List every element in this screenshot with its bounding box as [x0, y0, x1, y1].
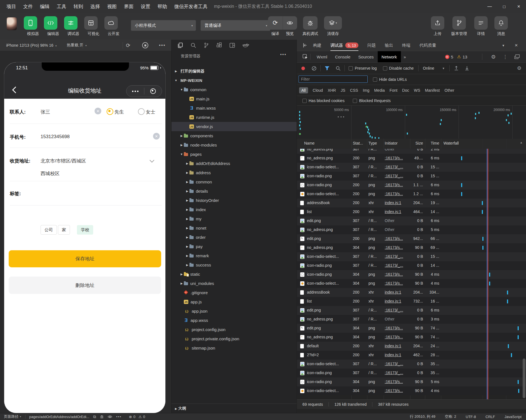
radio-male[interactable]	[107, 108, 113, 115]
more-icon[interactable]: •••	[159, 43, 166, 48]
request-initiator[interactable]: index.js:1	[385, 344, 401, 348]
tree-item-static[interactable]: ▶static	[172, 270, 297, 279]
compile-mode-select[interactable]: 普通编译 ▾	[201, 20, 270, 31]
collapse-panel-icon[interactable]: ▾	[499, 40, 508, 51]
hot-reload-toggle[interactable]: 热重载 开▾	[67, 43, 86, 48]
tree-item-app.js[interactable]: JSapp.js	[172, 297, 297, 306]
request-initiator[interactable]: :16173/s...	[385, 183, 403, 187]
network-request-row[interactable]: icon-radio-select...307/ R...:16173/_...…	[297, 163, 526, 172]
devtools-tab-3[interactable]: 输出	[385, 40, 393, 51]
tree-item-nonet[interactable]: ▶nonet	[172, 223, 297, 233]
menu-item-7[interactable]: 界面	[120, 3, 137, 10]
tree-item-order[interactable]: ▶order	[172, 233, 297, 242]
menu-item-9[interactable]: 帮助	[154, 3, 171, 10]
tree-item-index[interactable]: ▶index	[172, 205, 297, 214]
encoding[interactable]: UTF-8	[466, 415, 476, 419]
stop-icon[interactable]	[142, 42, 148, 48]
git-branch-icon[interactable]	[204, 43, 209, 48]
tree-item-node-modules[interactable]: ▶node-modules	[172, 140, 297, 150]
subtab-network[interactable]: Network	[378, 51, 401, 62]
request-initiator[interactable]: :16173/_...	[385, 371, 403, 375]
tree-item-sitemap.json[interactable]: {..}sitemap.json	[172, 343, 297, 353]
tree-item-addOrEditAddress[interactable]: ▶addOrEditAddress	[172, 159, 297, 168]
layout-icon[interactable]	[229, 43, 235, 48]
network-request-row[interactable]: no_adress.png304png:16173/s...90 B69 ...	[297, 243, 526, 252]
indentation[interactable]: 空格: 2	[445, 414, 456, 419]
avatar[interactable]	[7, 17, 17, 30]
subtab-sources[interactable]: Sources	[354, 51, 378, 62]
network-request-row[interactable]: 2?id=2200xhrindex.js:1462...28 ...	[297, 351, 526, 360]
menu-item-2[interactable]: 编辑	[36, 3, 53, 10]
tree-item-main.js[interactable]: JSmain.js	[172, 94, 297, 103]
close-panel-icon[interactable]: ×	[512, 40, 520, 51]
save-address-button[interactable]: 保存地址	[9, 250, 161, 267]
tree-item-[interactable]: ▶打开的编辑器	[172, 67, 297, 76]
minimize-button[interactable]: —	[482, 0, 497, 13]
filter-chip-js[interactable]: JS	[341, 88, 345, 93]
network-request-row[interactable]: icon-radio-select...304png:16173/s...90 …	[297, 279, 526, 288]
page-path-value[interactable]: pages/addOrEditAddress/addOrEdi...	[29, 415, 90, 419]
tree-item-details[interactable]: ▶details	[172, 187, 297, 196]
has-blocked-cookies-checkbox[interactable]	[302, 99, 307, 103]
request-initiator[interactable]: :16173/s...	[385, 281, 403, 285]
filter-icon[interactable]	[325, 66, 330, 70]
chevron-down-icon[interactable]	[150, 158, 154, 163]
import-har-icon[interactable]	[454, 66, 459, 70]
upload-button[interactable]	[431, 16, 444, 30]
col-status[interactable]: Stat...	[353, 141, 363, 145]
network-request-row[interactable]: no_adress.png307/ R...Other0 B3 ms	[297, 315, 526, 324]
request-initiator[interactable]: :16173/s...	[385, 272, 403, 277]
clear-cache-button[interactable]: ▾	[324, 16, 342, 30]
address-picker[interactable]: 北京市/市辖区/西城区	[41, 158, 86, 164]
details-button[interactable]	[474, 16, 488, 30]
request-initiator[interactable]: :16173/_...	[385, 174, 403, 178]
eol[interactable]: CRLF	[485, 415, 495, 419]
gear-icon[interactable]: ⚙	[491, 54, 496, 60]
network-request-row[interactable]: icon-radio-select...200png:16173/s...1.2…	[297, 190, 526, 199]
filter-chip-ws[interactable]: WS	[414, 88, 420, 93]
filter-chip-all[interactable]: All	[299, 87, 308, 93]
tree-item-common[interactable]: ▶common	[172, 177, 297, 187]
copy-icon[interactable]: ⧉	[93, 414, 96, 419]
search-icon[interactable]	[336, 66, 341, 71]
radio-female[interactable]	[138, 108, 145, 115]
subtab-wxml[interactable]: Wxml	[313, 51, 331, 62]
export-har-icon[interactable]	[465, 66, 469, 70]
inspect-icon[interactable]	[302, 54, 308, 60]
filter-chip-css[interactable]: CSS	[350, 88, 358, 93]
tree-item-app.wxss[interactable]: Ǝapp.wxss	[172, 316, 297, 325]
device-select[interactable]: iPhone 12/13 (Pro) 98% 16▾	[6, 43, 57, 48]
request-initiator[interactable]: :16173/s...	[385, 236, 403, 241]
network-overview-timeline[interactable]: 50000 ms100000 ms150000 ms200000 ms	[297, 106, 526, 140]
device-debug-button[interactable]	[303, 16, 318, 30]
network-request-row[interactable]: no_adress.png307/ R...Other0 B5 ms	[297, 225, 526, 234]
problems-indicator[interactable]: ⊗0 ⚠0	[129, 415, 145, 419]
request-initiator[interactable]: :16173/s...	[385, 326, 403, 330]
filter-chip-xhr[interactable]: XHR	[328, 88, 336, 93]
request-initiator[interactable]: :16173/s...	[385, 335, 403, 339]
tree-item-success[interactable]: ▶success	[172, 260, 297, 270]
menu-item-4[interactable]: 转到	[70, 3, 87, 10]
cursor-position[interactable]: 行 20510, 列 49	[410, 414, 435, 419]
devtools-tab-0[interactable]: 构建	[313, 40, 321, 51]
radio-female-label[interactable]: 女士	[146, 109, 155, 115]
tree-item-runtime.js[interactable]: JSruntime.js	[172, 113, 297, 122]
radio-male-label[interactable]: 先生	[114, 109, 124, 115]
devtools-tab-4[interactable]: 终端	[402, 40, 410, 51]
network-request-row[interactable]: icon-radio-select...307/ R...:16173/_...…	[297, 252, 526, 261]
tree-item-pay[interactable]: ▶pay	[172, 242, 297, 251]
debugger-button[interactable]	[64, 16, 78, 30]
close-button[interactable]: ×	[511, 0, 526, 13]
version-button[interactable]	[452, 16, 466, 30]
tag-chip-2[interactable]: 学校	[77, 225, 93, 235]
menu-item-0[interactable]: 项目	[3, 3, 20, 10]
request-initiator[interactable]: index.js:1	[385, 209, 401, 214]
filter-chip-other[interactable]: Other	[445, 88, 454, 93]
compile-button[interactable]: ⟳	[268, 16, 283, 30]
request-initiator[interactable]: index.js:1	[385, 353, 401, 357]
language-mode[interactable]: JavaScript	[504, 415, 522, 419]
search-icon[interactable]	[191, 43, 196, 48]
network-request-row[interactable]: edit.png200png:16173/s...942...66 ...	[297, 234, 526, 243]
preview-button[interactable]	[283, 16, 297, 30]
network-request-row[interactable]: no_adress.png304png:16173/s...90 B74 ...	[297, 333, 526, 342]
